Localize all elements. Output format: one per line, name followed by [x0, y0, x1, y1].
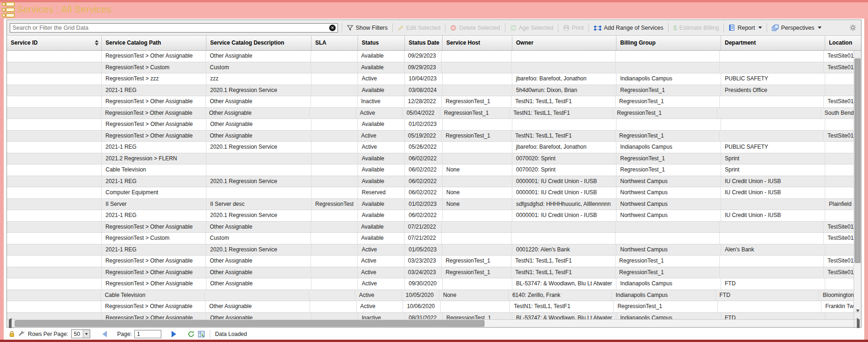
column-header-service-catalog-description[interactable]: Service Catalog Description: [206, 36, 311, 50]
column-header-status[interactable]: Status: [358, 36, 405, 50]
vertical-scroll-thumb[interactable]: [855, 59, 861, 263]
table-cell: RegressionTest_1: [440, 108, 510, 119]
table-row[interactable]: 2021-1 REG2020.1 Regression ServiceAvail…: [7, 210, 854, 222]
table-row[interactable]: RegressionTest > Other AssignableOther A…: [7, 301, 854, 313]
column-header-sla[interactable]: SLA: [311, 36, 358, 50]
table-cell: Other Assignable: [206, 256, 311, 267]
lock-icon[interactable]: [8, 330, 15, 337]
table-row[interactable]: RegressionTest > Other AssignableOther A…: [7, 313, 854, 320]
table-cell: RegressionTest: [311, 199, 358, 210]
table-cell: RegressionTest_1: [616, 131, 720, 142]
column-header-service-catalog-path[interactable]: Service Catalog Path: [102, 36, 206, 50]
table-row[interactable]: RegressionTest > zzzzzzActive10/04/2023j…: [7, 73, 854, 85]
next-page-button[interactable]: [172, 331, 176, 337]
table-row[interactable]: RegressionTest > Other AssignableOther A…: [7, 131, 854, 142]
horizontal-scroll-thumb[interactable]: [15, 320, 484, 327]
table-cell: [825, 244, 854, 256]
table-row[interactable]: 2021-1 REG2020.1 Regression ServiceActiv…: [7, 142, 854, 153]
rows-per-page-select[interactable]: 50: [71, 329, 90, 338]
table-cell: RegressionTest > Other Assignable: [101, 108, 205, 119]
table-row[interactable]: 2021.2 Regression > FLERNAvailable06/02/…: [7, 153, 854, 165]
clear-search-icon[interactable]: ✕: [329, 25, 336, 31]
range-icon: [594, 25, 602, 31]
table-cell: Inactive: [358, 96, 404, 107]
table-cell: Active: [355, 290, 402, 301]
window-top-edge: [0, 0, 868, 2]
column-header-department[interactable]: Department: [721, 36, 825, 50]
table-row[interactable]: 2021-1 REG2020.1 Regression ServiceActiv…: [7, 244, 854, 256]
table-row[interactable]: 2021-1 REG2020.1 Regression ServiceAvail…: [7, 176, 854, 188]
table-cell: TestSite01: [824, 62, 854, 73]
scroll-up-button[interactable]: [854, 51, 861, 58]
table-row[interactable]: RegressionTest > Other AssignableOther A…: [7, 278, 854, 290]
table-cell: Northwest Campus: [616, 176, 721, 187]
table-row[interactable]: RegressionTest > Other AssignableOther A…: [7, 96, 854, 108]
export-grid-icon[interactable]: [198, 330, 205, 338]
table-cell: [311, 313, 358, 320]
toolbar-separator: [445, 23, 445, 33]
table-row[interactable]: Cable TelevisionActive10/05/2020None6140…: [7, 290, 854, 302]
wrench-icon[interactable]: [18, 330, 25, 337]
title-bar: [0, 0, 868, 19]
vertical-scrollbar[interactable]: [854, 51, 861, 319]
report-button[interactable]: Report: [726, 24, 765, 31]
page-number-input[interactable]: [134, 330, 161, 338]
scroll-left-button[interactable]: [7, 320, 14, 327]
column-header-service-id[interactable]: Service ID: [7, 36, 102, 50]
table-cell: [7, 199, 102, 210]
table-row[interactable]: RegressionTest > CustomCustomAvailable09…: [7, 62, 854, 74]
grid-settings-button[interactable]: [848, 24, 858, 31]
table-row[interactable]: RegressionTest > Other AssignableOther A…: [7, 222, 854, 233]
table-row[interactable]: RegressionTest > Other AssignableOther A…: [7, 108, 854, 119]
table-row[interactable]: RegressionTest > CustomCustomAvailable07…: [7, 233, 854, 244]
table-cell: [311, 142, 358, 153]
toolbar-separator: [723, 23, 724, 33]
table-cell: [825, 119, 854, 130]
column-header-service-host[interactable]: Service Host: [443, 36, 512, 50]
table-cell: [825, 153, 854, 164]
table-row[interactable]: RegressionTest > Other AssignableOther A…: [7, 119, 854, 131]
show-filters-button[interactable]: Show Filters: [344, 25, 391, 31]
page-title: Services : All Services: [17, 4, 112, 15]
table-cell: [311, 210, 358, 221]
perspectives-button[interactable]: Perspectives: [769, 25, 824, 31]
table-cell: [7, 222, 102, 233]
table-cell: Sprint: [721, 153, 825, 164]
horizontal-scrollbar[interactable]: [7, 319, 861, 327]
table-cell: [442, 222, 511, 233]
column-header-owner[interactable]: Owner: [512, 36, 616, 50]
table-row[interactable]: II ServerII Server descRegressionTestAva…: [7, 199, 854, 210]
toolbar-separator: [767, 23, 767, 33]
column-header-status-date[interactable]: Status Date: [405, 36, 443, 50]
table-cell: [7, 313, 102, 320]
table-rows: RegressionTest > Other AssignableOther A…: [7, 51, 854, 319]
scroll-right-button[interactable]: [854, 320, 861, 327]
table-cell: Cable Television: [102, 164, 206, 176]
table-cell: TestN1: TestL1, TestF1: [511, 131, 616, 142]
previous-page-button[interactable]: [102, 331, 107, 337]
column-header-location[interactable]: Location: [825, 36, 861, 50]
table-cell: [7, 278, 102, 289]
delete-selected-button: Delete Selected: [447, 25, 503, 31]
table-cell: 06/02/2022: [405, 153, 443, 164]
table-cell: TestN1: TestL1, TestF1: [511, 96, 616, 107]
table-cell: [721, 199, 825, 210]
search-input[interactable]: [10, 23, 338, 33]
table-cell: [311, 176, 358, 187]
add-range-of-services-button[interactable]: Add Range of Services: [591, 25, 666, 31]
column-header-billing-group[interactable]: Billing Group: [616, 36, 721, 50]
table-row[interactable]: RegressionTest > Other AssignableOther A…: [7, 256, 854, 267]
table-cell: 07/21/2022: [404, 222, 442, 233]
table-cell: Other Assignable: [206, 222, 311, 233]
table-row[interactable]: 2021-1 REG2020.1 Regression ServiceAvail…: [7, 85, 854, 97]
table-row[interactable]: Computer EquipmentReserved06/02/2022None…: [7, 187, 854, 199]
table-cell: TestSite01: [824, 256, 854, 267]
table-row[interactable]: Cable TelevisionAvailable06/02/2022None0…: [7, 164, 854, 176]
table-cell: [442, 62, 511, 73]
refresh-icon[interactable]: [187, 330, 195, 338]
table-row[interactable]: RegressionTest > Other AssignableOther A…: [7, 51, 854, 62]
table-row[interactable]: RegressionTest > Other AssignableOther A…: [7, 267, 854, 279]
sort-indicator-icon[interactable]: [95, 40, 99, 46]
table-cell: 05/04/2022: [403, 108, 440, 119]
table-cell: Available: [358, 164, 405, 176]
